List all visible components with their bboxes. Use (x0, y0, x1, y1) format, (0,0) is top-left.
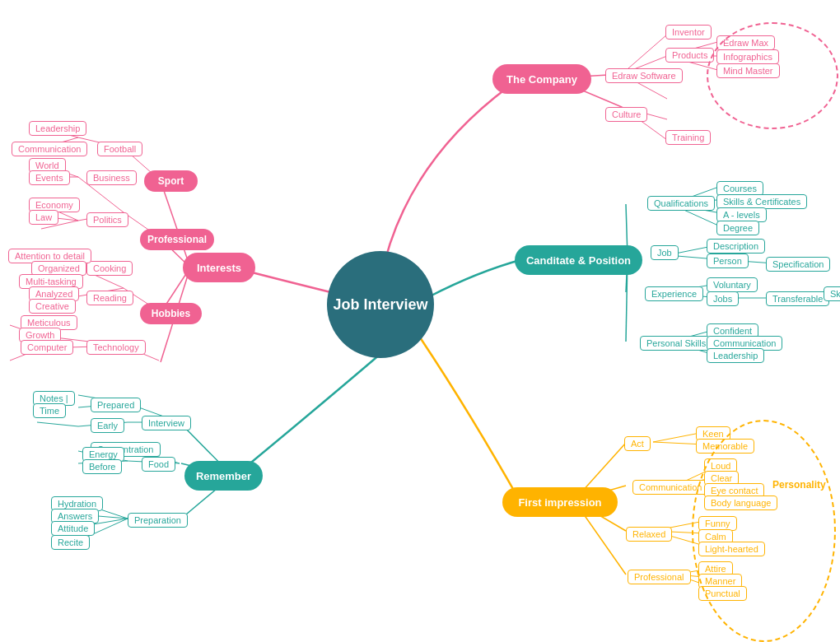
hobbies-node: Hobbies (140, 303, 202, 324)
interests-branch: Interests (183, 253, 255, 282)
products-node: Products (665, 48, 714, 63)
politics-node: Politics (86, 212, 128, 227)
relaxed-node: Relaxed (626, 527, 672, 542)
cooking-node: Cooking (86, 261, 133, 276)
jobs-node: Jobs (707, 291, 739, 306)
events-node: Events (29, 170, 70, 185)
experience-node: Experience (645, 286, 703, 301)
technology-node: Technology (86, 340, 146, 355)
creative-node: Creative (29, 299, 76, 314)
prepared-node: Prepared (91, 398, 141, 412)
dashed-circle-yellow (692, 420, 836, 642)
football-node: Football (97, 142, 142, 156)
attitude-node: Attitude (51, 521, 95, 536)
company-branch: The Company (492, 64, 591, 94)
communication-node: Communication (12, 142, 87, 156)
transferable-node: Transferable (766, 291, 829, 306)
training-node: Training (665, 130, 711, 145)
preparation-node: Preparation (128, 513, 188, 528)
early-node: Early (91, 418, 124, 433)
professional-yellow-node: Professional (628, 570, 691, 584)
svg-line-65 (37, 422, 78, 426)
professional-node: Professional (140, 229, 214, 250)
recite-node: Recite (51, 535, 90, 550)
specification-node: Specification (766, 257, 830, 272)
first-impression-branch: First impression (502, 487, 618, 517)
act-node: Act (624, 436, 651, 451)
voluntary-node: Voluntary (707, 277, 758, 292)
degree-node: Degree (716, 221, 759, 235)
leadership-node: Leadership (29, 121, 86, 136)
job-node: Job (651, 245, 679, 260)
inventor-node: Inventor (665, 25, 712, 40)
qualifications-node: Qualifications (647, 196, 715, 211)
remember-branch: Remember (184, 461, 263, 491)
before-node: Before (82, 459, 122, 474)
time-node: Time (33, 403, 66, 418)
skills-node: Skills (824, 286, 840, 301)
center-label: Job Interview (333, 296, 427, 314)
business-node: Business (86, 170, 137, 185)
center-node: Job Interview (327, 251, 434, 358)
candidate-branch: Canditate & Position (515, 245, 642, 275)
law-node: Law (29, 210, 58, 225)
personal-skills-node: Personal Skills (640, 336, 712, 351)
culture-node: Culture (605, 107, 647, 122)
edraw-software-node: Edraw Software (605, 68, 683, 83)
food-node: Food (142, 457, 175, 472)
computer-node: Computer (21, 340, 73, 355)
dashed-circle-top (707, 22, 838, 129)
person-node: Person (707, 254, 749, 268)
interview-node: Interview (142, 416, 191, 430)
reading-node: Reading (86, 291, 133, 305)
description-node: Description (707, 239, 765, 254)
leadership2-node: Leadership (707, 348, 764, 363)
sport-node: Sport (144, 170, 198, 192)
svg-line-0 (161, 181, 190, 268)
